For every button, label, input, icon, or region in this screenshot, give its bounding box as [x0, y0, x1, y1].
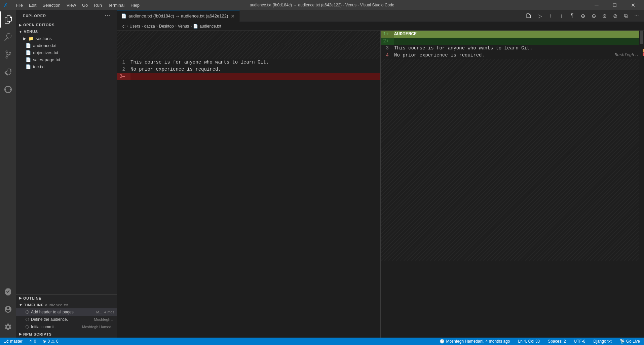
file-toc[interactable]: 📄 toc.txt — [16, 63, 117, 70]
npm-scripts-section[interactable]: ▶ NPM SCRIPTS — [16, 331, 117, 338]
scrollbar-thumb[interactable] — [640, 31, 643, 44]
activity-account[interactable] — [0, 301, 16, 317]
menu-edit[interactable]: Edit — [26, 2, 39, 8]
status-spaces[interactable]: Spaces: 2 — [546, 339, 567, 344]
split-editor-button[interactable]: ⧉ — [621, 11, 631, 21]
timeline-entry-label-1: Define the audience. — [31, 317, 92, 322]
activity-extensions[interactable] — [0, 64, 16, 80]
close-button[interactable]: ✕ — [625, 0, 641, 10]
file-audience[interactable]: 📄 audience.txt — [16, 42, 117, 49]
window-title: audience.txt (fb0d184c) ↔ audience.txt (… — [250, 3, 394, 7]
file-label-sales-page: sales-page.txt — [33, 57, 60, 62]
spaces-text: Spaces: 2 — [548, 339, 566, 344]
scroll-orange-mark — [643, 49, 644, 52]
error-count: 0 — [47, 339, 50, 344]
timeline-entry-label-2: Initial commit. — [31, 324, 80, 329]
timeline-entry-1[interactable]: Define the audience. Moshfegh ... — [16, 316, 117, 323]
timeline-arrow: ▼ — [19, 303, 23, 307]
breadcrumb-desktop[interactable]: Desktop — [159, 24, 174, 29]
warning-icon: ⚠ — [51, 339, 55, 344]
menu-file[interactable]: File — [13, 2, 26, 8]
more-actions-button[interactable]: ··· — [632, 11, 641, 21]
activity-settings[interactable] — [0, 319, 16, 335]
file-label-audience: audience.txt — [33, 43, 56, 48]
open-editors-arrow: ▶ — [19, 23, 22, 27]
outline-section[interactable]: ▶ OUTLINE — [16, 295, 117, 302]
breadcrumb: c: › Users › dacza › Desktop › Venus › 📄… — [117, 22, 644, 31]
breadcrumb-sep-1: › — [142, 24, 143, 29]
activity-explorer[interactable] — [0, 11, 16, 28]
warning-count: 0 — [56, 339, 59, 344]
code-editor-right[interactable]: 1+ AUDIENCE 2+ 3 This course is for anyo… — [381, 31, 644, 338]
status-branch[interactable]: ⎇ master — [3, 339, 24, 344]
golive-icon: 📡 — [620, 339, 625, 344]
diff-pane-right[interactable]: 1+ AUDIENCE 2+ 3 This course is for anyo… — [381, 31, 644, 338]
breadcrumb-c[interactable]: c: — [122, 24, 125, 29]
diff-pane-left[interactable]: 1 This course is for anyone who wants to… — [117, 31, 381, 338]
timeline-entry-author-0: M... — [96, 310, 102, 314]
link-button[interactable]: ⊗ — [600, 11, 609, 21]
menu-go[interactable]: Go — [79, 2, 90, 8]
collapse-button[interactable]: ⊕ — [578, 11, 588, 21]
timeline-section[interactable]: ▼ TIMELINE audience.txt — [16, 302, 117, 308]
file-sales-page[interactable]: 📄 sales-page.txt — [16, 56, 117, 63]
right-scrollbar[interactable] — [639, 31, 644, 338]
activity-source-control[interactable] — [0, 46, 16, 63]
status-errors[interactable]: ⊗ 0 ⚠ 0 — [41, 339, 60, 344]
status-author[interactable]: 🕐 Moshfegh Hamedani, 4 months ago — [438, 339, 511, 344]
right-line-content-4: No prior experience is required. Moshfeg… — [394, 52, 644, 59]
nav-up-button[interactable]: ↑ — [546, 11, 555, 21]
status-language[interactable]: Django txt — [592, 339, 613, 344]
maximize-button[interactable]: □ — [607, 0, 622, 10]
toolbar-right: ▷ ↑ ↓ ¶ ⊕ ⊖ ⊗ ⊘ ⧉ ··· — [522, 11, 644, 21]
left-code-line-2: 2 No prior experience is required. — [117, 66, 380, 73]
run-button[interactable]: ▷ — [535, 11, 544, 21]
menu-view[interactable]: View — [64, 2, 79, 8]
tab-diff[interactable]: 📄 audience.txt (fb0d184c) ↔ audience.txt… — [117, 10, 240, 22]
menu-terminal[interactable]: Terminal — [105, 2, 127, 8]
encoding-text: UTF-8 — [574, 339, 585, 344]
menu-help[interactable]: Help — [128, 2, 142, 8]
open-editors-section[interactable]: ▶ OPEN EDITORS — [16, 22, 117, 28]
toggle-inline-button[interactable]: ¶ — [567, 11, 577, 21]
timeline-entry-2[interactable]: Initial commit. Moshfegh Hamed... — [16, 323, 117, 331]
folder-icon: 📁 — [28, 36, 34, 41]
title-bar-controls: ─ □ ✕ — [589, 0, 641, 10]
file-objectives[interactable]: 📄 objectives.txt — [16, 49, 117, 56]
activity-search[interactable] — [0, 29, 16, 45]
open-editors-label: OPEN EDITORS — [23, 23, 54, 27]
open-changes-button[interactable] — [524, 11, 534, 21]
author-icon: 🕐 — [440, 339, 445, 344]
status-position[interactable]: Ln 4, Col 33 — [517, 339, 541, 344]
menu-run[interactable]: Run — [91, 2, 105, 8]
status-encoding[interactable]: UTF-8 — [573, 339, 587, 344]
explorer-more-button[interactable]: ··· — [105, 13, 110, 19]
timeline-label: TIMELINE — [24, 303, 44, 307]
activity-remote[interactable] — [0, 81, 16, 98]
breadcrumb-venus[interactable]: Venus — [178, 24, 189, 29]
menu-selection[interactable]: Selection — [40, 2, 63, 8]
minimize-button[interactable]: ─ — [589, 0, 604, 10]
sections-folder[interactable]: ▶ 📁 sections — [16, 35, 117, 42]
activity-run-debug[interactable] — [0, 284, 16, 300]
code-editor-left[interactable]: 1 This course is for anyone who wants to… — [117, 31, 380, 338]
left-line-content-2: No prior experience is required. — [130, 66, 380, 73]
breadcrumb-sep-3: › — [175, 24, 177, 29]
status-golive[interactable]: 📡 Go Live — [618, 339, 641, 344]
swap-button[interactable]: ⊖ — [589, 11, 598, 21]
breadcrumb-users[interactable]: Users — [129, 24, 140, 29]
breadcrumb-dacza[interactable]: dacza — [144, 24, 155, 29]
breadcrumb-file[interactable]: 📄 audience.txt — [193, 24, 221, 29]
left-hatch-line-2 — [117, 45, 380, 59]
explorer-header: EXPLORER ··· — [16, 10, 117, 22]
commit-button[interactable]: ⊘ — [610, 11, 620, 21]
timeline-entry-0[interactable]: Add header to all pages. M... 4 mos — [16, 308, 117, 316]
sync-count: 0 — [34, 339, 36, 344]
sidebar-section: ▶ OPEN EDITORS ▼ VENUS ▶ 📁 sections 📄 au… — [16, 22, 117, 294]
tab-close-button[interactable]: ✕ — [230, 13, 235, 19]
venus-section[interactable]: ▼ VENUS — [16, 28, 117, 35]
status-sync[interactable]: ↻ 0 — [28, 339, 38, 344]
menu-bar: File Edit Selection View Go Run Terminal… — [13, 2, 142, 8]
nav-down-button[interactable]: ↓ — [557, 11, 566, 21]
sections-arrow: ▶ — [23, 36, 26, 41]
